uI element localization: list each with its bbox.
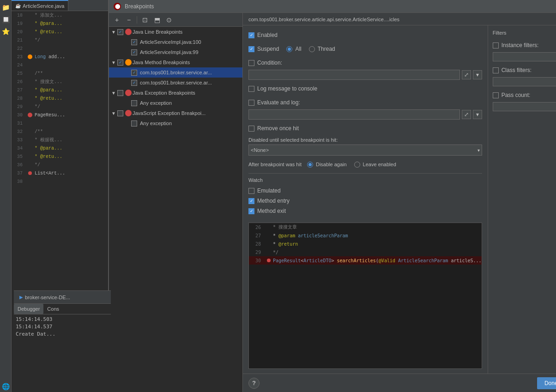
method-entry-checkbox[interactable] <box>248 198 254 204</box>
code-line-37: 37 List<Art... <box>12 169 108 177</box>
console-tab[interactable]: Cons <box>43 304 63 314</box>
done-button[interactable]: Done <box>537 377 556 389</box>
evaluate-input[interactable] <box>248 109 460 120</box>
condition-checkbox[interactable] <box>248 60 254 66</box>
tree-item-method-1[interactable]: com.tops001.broker.service.ar... <box>109 67 242 78</box>
debug-tabs-row: Debugger Cons <box>14 304 111 314</box>
tree-item-articleserviceimpl-100[interactable]: ArticleServiceImpl.java:100 <box>109 37 242 47</box>
filters-title: Filters <box>493 30 556 36</box>
checkbox-method-1[interactable] <box>131 70 137 76</box>
dialog-title-text: Breakpoints <box>125 3 154 10</box>
dropdown-row: <None> ▾ <box>248 145 482 156</box>
checkbox-impl-100[interactable] <box>131 39 137 45</box>
disable-again-radio[interactable] <box>307 162 313 168</box>
group-button[interactable]: ⊡ <box>140 15 150 24</box>
log-checkbox[interactable] <box>248 86 254 92</box>
after-bp-row: After breakpoint was hit Disable again L… <box>248 159 482 169</box>
all-label: All <box>295 46 301 52</box>
label-impl-100: ArticleServiceImpl.java:100 <box>140 39 201 45</box>
tree-item-any-exception-js[interactable]: Any exception <box>109 118 242 128</box>
condition-expand-button[interactable]: ⤢ <box>462 70 471 79</box>
debug-tab-service: ▶ broker-service-DE... <box>16 292 74 302</box>
tree-group-header-java-method[interactable]: ▼ Java Method Breakpoints <box>109 57 242 67</box>
pass-count-checkbox[interactable] <box>493 92 499 98</box>
project-icon[interactable]: 📁 <box>0 2 11 13</box>
code-line-20: 20 * @retu... <box>12 28 108 36</box>
code-line-29: 29 */ <box>12 103 108 111</box>
method-exit-checkbox[interactable] <box>248 208 254 214</box>
checkbox-method-2[interactable] <box>131 80 137 86</box>
evaluate-row: Evaluate and log: <box>248 97 482 108</box>
structure-icon[interactable]: 🔲 <box>0 14 11 25</box>
web-icon[interactable]: 🌐 <box>0 381 11 392</box>
disable-again-label: Disable again <box>316 162 347 167</box>
leave-enabled-label: Leave enabled <box>363 162 396 167</box>
thread-radio[interactable] <box>309 46 315 52</box>
debugger-tab[interactable]: Debugger <box>14 304 43 314</box>
remove-breakpoint-button[interactable]: − <box>124 15 134 24</box>
help-button[interactable]: ? <box>248 378 260 389</box>
checkbox-js-exception[interactable] <box>117 110 123 116</box>
all-radio-row: All <box>286 44 301 54</box>
add-breakpoint-button[interactable]: + <box>112 15 122 24</box>
evaluate-checkbox[interactable] <box>248 100 254 106</box>
ide-tab-articleservice[interactable]: ☕ ArticleService.java <box>12 0 68 11</box>
filter-button[interactable]: ⊙ <box>164 15 174 24</box>
dialog-title-bar: ⬤ Breakpoints ✕ <box>109 0 556 13</box>
tree-item-any-exception-java[interactable]: Any exception <box>109 98 242 108</box>
disabled-until-section: Disabled until selected breakpoint is hi… <box>248 137 482 156</box>
tree-item-method-2[interactable]: com.tops001.broker.service.ar... <box>109 78 242 88</box>
pass-count-label: Pass count: <box>502 92 531 98</box>
details-path: com.tops001.broker.service.article.api.s… <box>243 13 556 25</box>
checkbox-java-exception[interactable] <box>117 90 123 96</box>
remove-once-label: Remove once hit <box>257 125 299 132</box>
checkbox-java-line[interactable] <box>117 29 123 35</box>
suspend-checkbox[interactable] <box>248 46 254 52</box>
all-radio[interactable] <box>286 46 292 52</box>
emulated-checkbox[interactable] <box>248 188 254 194</box>
class-checkbox[interactable] <box>493 67 499 73</box>
pass-count-input[interactable] <box>493 102 556 111</box>
disable-again-row: Disable again <box>307 159 347 169</box>
condition-input[interactable] <box>248 70 460 80</box>
tree-group-js-exception: ▼ JavaScript Exception Breakpoi... Any e… <box>109 108 242 128</box>
log-label: Log message to console <box>257 85 317 92</box>
label-any-exception-js: Any exception <box>140 121 172 126</box>
code-line-34: 34 * @para... <box>12 144 108 152</box>
checkbox-any-exception-java[interactable] <box>131 100 137 106</box>
none-dropdown[interactable]: <None> ▾ <box>248 145 482 156</box>
code-line-25: 25 /** <box>12 69 108 78</box>
label-java-exception: Java Exception Breakpoints <box>133 90 195 96</box>
remove-once-checkbox[interactable] <box>248 126 254 132</box>
export-button[interactable]: ⬒ <box>152 15 162 24</box>
favorites-icon[interactable]: ⭐ <box>0 26 11 37</box>
suspend-label: Suspend <box>257 46 279 52</box>
tree-group-header-java-line[interactable]: ▼ Java Line Breakpoints <box>109 27 242 37</box>
tree-item-articleserviceimpl-99[interactable]: ArticleServiceImpl.java:99 <box>109 47 242 57</box>
enabled-checkbox[interactable] <box>248 32 254 38</box>
checkbox-any-exception-js[interactable] <box>131 121 137 127</box>
code-line-26: 26 * 搜搜文... <box>12 78 108 86</box>
bp-icon-java-exception <box>125 90 132 96</box>
evaluate-options-button[interactable]: ▾ <box>473 110 482 119</box>
preview-line-27: 27 * @param articleSearchParam <box>249 231 482 240</box>
code-line-35: 35 * @retu... <box>12 152 108 161</box>
leave-enabled-radio[interactable] <box>354 162 360 168</box>
condition-label: Condition: <box>257 60 282 66</box>
instance-checkbox[interactable] <box>493 42 499 48</box>
watch-section: Watch Emulated Method entry <box>248 173 482 216</box>
condition-options-button[interactable]: ▾ <box>473 70 482 79</box>
checkbox-java-method[interactable] <box>117 60 123 66</box>
triangle-java-method: ▼ <box>111 60 116 65</box>
evaluate-expand-button[interactable]: ⤢ <box>462 110 471 119</box>
enabled-label: Enabled <box>257 32 278 38</box>
instance-input[interactable] <box>493 52 556 61</box>
checkbox-impl-99[interactable] <box>131 49 137 55</box>
tree-group-header-java-exception[interactable]: ▼ Java Exception Breakpoints <box>109 88 242 98</box>
class-input[interactable] <box>493 77 556 86</box>
remove-once-row: Remove once hit <box>248 123 482 133</box>
console-tab-label: Cons <box>47 306 59 312</box>
code-line-24: 24 <box>12 61 108 69</box>
tree-group-header-js-exception[interactable]: ▼ JavaScript Exception Breakpoi... <box>109 108 242 118</box>
preview-line-30: 30 PageResult<ArticleDTO> searchArticles… <box>249 256 482 265</box>
